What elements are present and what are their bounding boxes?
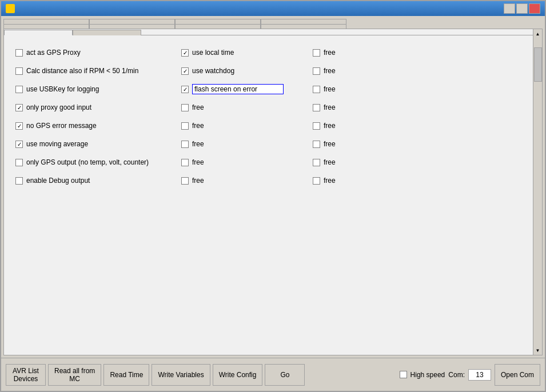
label-col3-3: free (324, 103, 336, 111)
checkbox-row: no GPS error messagefreefree (15, 118, 531, 134)
label-col3-7: free (324, 177, 336, 185)
label-col3-2: free (324, 85, 336, 93)
checkbox-row: Calc distance also if RPM < 50 1/minuse … (15, 63, 531, 79)
write-variables-button[interactable]: Write Variables (152, 364, 210, 386)
read-all-from-mc-button[interactable]: Read all from MC (48, 364, 101, 386)
checkbox-col3-2[interactable] (313, 86, 320, 93)
checkbox-row: only GPS output (no temp, volt, counter)… (15, 154, 531, 170)
label-col1-0: act as GPS Proxy (26, 49, 81, 57)
scrollbar-thumb[interactable] (534, 47, 542, 82)
checkbox-row: use moving averagefreefree (15, 136, 531, 152)
label-col2-5: free (192, 140, 204, 148)
bottom-bar: AVR List DevicesRead all from MCRead Tim… (1, 358, 545, 391)
checkbox-col2-2[interactable] (181, 86, 189, 93)
checkbox-col3-3[interactable] (313, 104, 320, 111)
label-col1-3: only proxy good input (26, 103, 91, 111)
checkbox-col1-2[interactable] (15, 86, 23, 93)
label-col1-2: use USBKey for logging (26, 85, 99, 93)
label-col1-6: only GPS output (no temp, volt, counter) (26, 158, 149, 166)
title-bar (1, 1, 545, 16)
checkbox-col2-7[interactable] (181, 177, 189, 185)
checkbox-col1-1[interactable] (15, 67, 23, 75)
tab-screens[interactable] (261, 19, 346, 24)
main-panel: act as GPS Proxyuse local timefreeCalc d… (3, 29, 543, 355)
close-button[interactable] (529, 3, 540, 14)
checkbox-row: enable Debug outputfreefree (15, 173, 531, 189)
tab-input[interactable] (73, 30, 141, 35)
checkbox-col3-0[interactable] (313, 49, 320, 57)
checkbox-col2-1[interactable] (181, 67, 189, 75)
title-bar-buttons (504, 3, 540, 14)
checkbox-row: act as GPS Proxyuse local timefree (15, 45, 531, 61)
checkbox-col1-6[interactable] (15, 159, 23, 166)
checkbox-col2-4[interactable] (181, 122, 189, 130)
label-col2-7: free (192, 177, 204, 185)
checkbox-col2-3[interactable] (181, 104, 189, 111)
settings-panel: act as GPS Proxyuse local timefreeCalc d… (4, 35, 542, 355)
checkbox-col3-6[interactable] (313, 159, 320, 166)
checkbox-col1-7[interactable] (15, 177, 23, 185)
label-col3-5: free (324, 140, 336, 148)
label-col1-4: no GPS error message (26, 122, 97, 130)
read-time-button[interactable]: Read Time (103, 364, 149, 386)
checkbox-row: use USBKey for loggingfree (15, 81, 531, 97)
flash-screen-input[interactable] (192, 84, 284, 94)
checkbox-col3-7[interactable] (313, 177, 320, 185)
checkbox-col3-1[interactable] (313, 67, 320, 75)
tab-row-2 (3, 23, 543, 29)
label-col1-5: use moving average (26, 140, 88, 148)
scroll-up-button[interactable]: ▲ (533, 29, 542, 38)
tab-settings[interactable] (4, 30, 73, 35)
label-col1-7: enable Debug output (26, 177, 90, 185)
tab-actors[interactable] (3, 19, 89, 24)
main-content: act as GPS Proxyuse local timefreeCalc d… (1, 16, 545, 358)
checkbox-row: only proxy good inputfreefree (15, 99, 531, 115)
label-col2-4: free (192, 122, 204, 130)
minimize-button[interactable] (504, 3, 515, 14)
high-speed-checkbox[interactable] (400, 371, 407, 378)
label-col2-3: free (192, 103, 204, 111)
write-config-button[interactable]: Write Config (213, 364, 263, 386)
com-input[interactable] (468, 369, 491, 381)
go-button[interactable]: Go (265, 364, 305, 386)
label-col2-1: use watchdog (192, 67, 234, 75)
tab-time[interactable] (175, 19, 261, 24)
checkbox-col1-3[interactable] (15, 104, 23, 111)
label-col3-4: free (324, 122, 336, 130)
scroll-down-button[interactable]: ▼ (533, 346, 542, 355)
main-window: act as GPS Proxyuse local timefreeCalc d… (0, 0, 546, 392)
scrollbar[interactable]: ▲ ▼ (533, 29, 542, 355)
maximize-button[interactable] (516, 3, 528, 14)
checkbox-col2-0[interactable] (181, 49, 189, 57)
checkbox-col1-5[interactable] (15, 141, 23, 148)
sub-tab-row (4, 29, 542, 35)
checkbox-col2-6[interactable] (181, 159, 189, 166)
label-col3-0: free (324, 49, 336, 57)
tab-variables[interactable] (89, 19, 175, 24)
checkbox-col1-0[interactable] (15, 49, 23, 57)
label-col3-1: free (324, 67, 336, 75)
checkbox-col3-5[interactable] (313, 141, 320, 148)
label-col3-6: free (324, 158, 336, 166)
open-com-button[interactable]: Open Com (495, 364, 540, 386)
label-col2-6: free (192, 158, 204, 166)
checkbox-col2-5[interactable] (181, 141, 189, 148)
com-label: Com: (448, 371, 465, 379)
avr-list-devices-button[interactable]: AVR List Devices (6, 364, 46, 386)
tab-row-1 (3, 18, 543, 23)
label-col2-0: use local time (192, 49, 234, 57)
checkbox-col1-4[interactable] (15, 122, 23, 130)
app-icon (6, 4, 15, 13)
high-speed-area: High speedCom:Open Com (400, 364, 540, 386)
high-speed-label: High speed (411, 371, 445, 379)
label-col1-1: Calc distance also if RPM < 50 1/min (26, 67, 138, 75)
checkbox-col3-4[interactable] (313, 122, 320, 130)
